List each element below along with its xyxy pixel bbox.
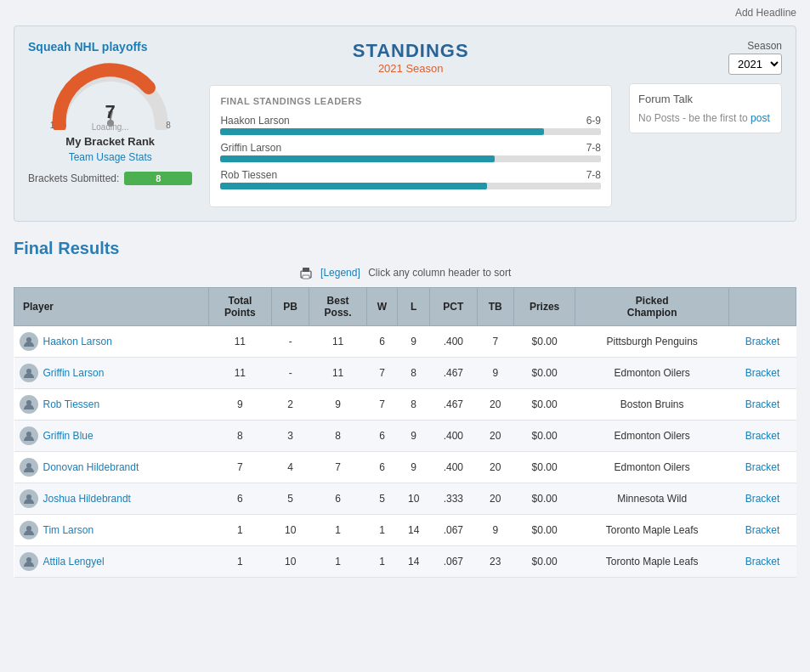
w: 7: [366, 389, 397, 421]
pct: .067: [430, 546, 477, 578]
l: 8: [398, 358, 430, 389]
standings-center: STANDINGS 2021 Season FINAL STANDINGS LE…: [209, 40, 612, 207]
picked-champion: Pittsburgh Penguins: [575, 326, 729, 358]
leader-bar-fill: [220, 155, 494, 162]
best-poss: 7: [309, 452, 366, 483]
total-points: 11: [208, 326, 271, 358]
player-avatar: [20, 364, 38, 382]
section-title: Final Results: [14, 239, 796, 258]
bracket-link[interactable]: Bracket: [745, 336, 780, 347]
bracket-rank-label: My Bracket Rank: [28, 135, 192, 148]
legend-link[interactable]: [Legend]: [320, 267, 360, 279]
bracket-link[interactable]: Bracket: [745, 493, 780, 505]
prizes: $0.00: [513, 389, 575, 421]
player-name[interactable]: Haakon Larson: [43, 336, 112, 347]
player-cell: Griffin Blue: [14, 421, 209, 452]
w: 6: [366, 421, 397, 452]
leader-bar-outer: [220, 183, 601, 189]
player-name[interactable]: Attila Lengyel: [43, 556, 105, 568]
player-cell: Haakon Larson: [14, 326, 209, 358]
forum-no-posts: No Posts - be the first to post: [638, 112, 773, 124]
best-poss: 8: [309, 421, 366, 452]
gauge-max: 8: [166, 121, 171, 130]
best-poss: 9: [309, 389, 366, 421]
pct: .400: [430, 326, 477, 358]
l: 14: [398, 515, 430, 546]
picked-champion: Edmonton Oilers: [575, 452, 729, 483]
player-name[interactable]: Griffin Larson: [43, 367, 105, 379]
brackets-submitted-label: Brackets Submitted:: [28, 172, 119, 184]
player-avatar: [20, 458, 38, 477]
player-cell: Donovan Hildebrandt: [14, 452, 209, 483]
leader-player-name: Haakon Larson: [220, 115, 289, 127]
prizes: $0.00: [513, 358, 575, 389]
leader-row: Rob Tiessen 7-8: [220, 169, 601, 189]
bracket-link-cell: Bracket: [729, 515, 796, 546]
season-select[interactable]: 2021 2020 2019: [728, 54, 782, 75]
w: 6: [366, 452, 397, 483]
w: 1: [366, 515, 397, 546]
col-w[interactable]: W: [366, 288, 397, 326]
col-pct[interactable]: PCT: [430, 288, 477, 326]
picked-champion: Edmonton Oilers: [575, 358, 729, 389]
player-name[interactable]: Donovan Hildebrandt: [43, 461, 139, 473]
col-l[interactable]: L: [398, 288, 430, 326]
standings-leaders-card: FINAL STANDINGS LEADERS Haakon Larson 6-…: [209, 85, 612, 207]
pb: -: [272, 326, 309, 358]
player-cell: Griffin Larson: [14, 358, 209, 389]
leader-player-name: Griffin Larson: [220, 142, 281, 154]
col-pb[interactable]: PB: [272, 288, 309, 326]
player-name[interactable]: Tim Larson: [43, 524, 94, 536]
l: 14: [398, 546, 430, 578]
best-poss: 6: [309, 483, 366, 515]
tb: 7: [477, 326, 513, 358]
bracket-link-cell: Bracket: [729, 389, 796, 421]
col-prizes[interactable]: Prizes: [513, 288, 575, 326]
printer-icon[interactable]: [299, 267, 315, 279]
prizes: $0.00: [513, 546, 575, 578]
team-usage-link[interactable]: Team Usage Stats: [28, 151, 192, 163]
gauge-value: 7: [105, 101, 116, 123]
l: 9: [398, 452, 430, 483]
season-section: Season 2021 2020 2019: [629, 40, 782, 75]
col-total-points[interactable]: TotalPoints: [208, 288, 271, 326]
player-name[interactable]: Joshua Hildebrandt: [43, 493, 131, 505]
gauge-loading: Loading...: [92, 122, 129, 132]
player-cell: Rob Tiessen: [14, 389, 209, 421]
col-best-poss[interactable]: BestPoss.: [309, 288, 366, 326]
player-name[interactable]: Griffin Blue: [43, 430, 93, 442]
season-label: Season: [747, 40, 782, 52]
bracket-link[interactable]: Bracket: [745, 461, 780, 473]
leader-row: Griffin Larson 7-8: [220, 142, 601, 162]
add-headline-link[interactable]: Add Headline: [735, 7, 796, 19]
col-tb[interactable]: TB: [477, 288, 513, 326]
l: 8: [398, 389, 430, 421]
picked-champion: Boston Bruins: [575, 389, 729, 421]
table-row: Attila Lengyel 1 10 1 1 14 .067 23 $0.00…: [14, 546, 796, 578]
bracket-link-cell: Bracket: [729, 358, 796, 389]
prizes: $0.00: [513, 452, 575, 483]
header-card: Squeah NHL playoffs 7 Loading... 1 8: [14, 25, 796, 222]
bracket-link[interactable]: Bracket: [745, 524, 780, 536]
forum-post-link[interactable]: post: [751, 112, 770, 124]
table-row: Rob Tiessen 9 2 9 7 8 .467 20 $0.00 Bost…: [14, 389, 796, 421]
bracket-link[interactable]: Bracket: [745, 367, 780, 379]
pb: 2: [272, 389, 309, 421]
col-picked-champion[interactable]: PickedChampion: [575, 288, 729, 326]
pct: .467: [430, 389, 477, 421]
forum-section: Forum Talk No Posts - be the first to po…: [629, 83, 782, 133]
player-name[interactable]: Rob Tiessen: [43, 398, 100, 410]
player-avatar: [20, 521, 38, 539]
pb: 10: [272, 546, 309, 578]
progress-bar-fill: 8: [124, 172, 192, 185]
total-points: 1: [208, 546, 271, 578]
col-player[interactable]: Player: [14, 288, 209, 326]
bracket-link[interactable]: Bracket: [745, 398, 780, 410]
pct: .467: [430, 358, 477, 389]
bracket-link[interactable]: Bracket: [745, 556, 780, 568]
bracket-link[interactable]: Bracket: [745, 430, 780, 442]
table-row: Haakon Larson 11 - 11 6 9 .400 7 $0.00 P…: [14, 326, 796, 358]
bracket-link-cell: Bracket: [729, 326, 796, 358]
tb: 23: [477, 546, 513, 578]
svg-rect-3: [303, 268, 309, 272]
